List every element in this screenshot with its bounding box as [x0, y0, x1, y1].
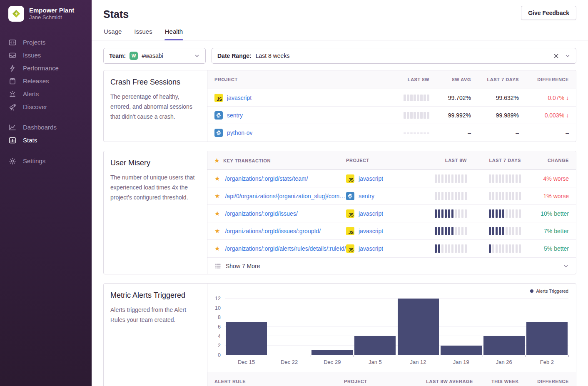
transaction-link[interactable]: /organizations/:orgId/stats/team/: [225, 175, 308, 182]
key-transaction-star-icon[interactable]: ★: [214, 228, 220, 234]
sidebar-item-releases[interactable]: Releases: [8, 75, 92, 87]
project-link[interactable]: javascript: [227, 95, 252, 101]
project-link[interactable]: javascript: [359, 210, 383, 217]
user-misery-description: The number of unique users that experien…: [110, 172, 200, 202]
transaction-link[interactable]: /organizations/:orgId/issues/:groupId/: [225, 228, 321, 234]
python-platform-icon: [214, 111, 223, 120]
python-platform-icon: [214, 129, 223, 137]
clear-date-icon[interactable]: [553, 53, 559, 59]
last-7d-value: 99.989%: [496, 112, 519, 119]
javascript-platform-icon: JS: [214, 94, 223, 102]
table-row: ★/api/0/organizations/{organization_slug…: [207, 187, 576, 205]
projects-icon: [8, 38, 16, 46]
sidebar-item-label: Discover: [23, 103, 47, 110]
org-switcher[interactable]: Empower Plant Jane Schmidt: [8, 6, 92, 22]
crash-sparkline: [404, 95, 429, 101]
avg-8w-value: 99.702%: [448, 95, 471, 101]
project-link[interactable]: javascript: [359, 228, 383, 234]
transaction-link[interactable]: /api/0/organizations/{organization_slug}…: [225, 193, 346, 199]
tab-bar: Usage Issues Health: [92, 20, 588, 40]
sidebar-item-label: Settings: [23, 157, 45, 164]
discover-icon: [8, 103, 16, 111]
transaction-link[interactable]: /organizations/:orgId/alerts/rules/detai…: [225, 245, 346, 252]
sidebar-item-label: Releases: [23, 77, 49, 85]
col-last-7-days: LAST 7 DAYS: [487, 77, 519, 82]
metric-alerts-card: Metric Alerts Triggered Alerts triggered…: [103, 283, 576, 386]
difference-value: 0.07%: [548, 95, 564, 101]
sidebar-item-settings[interactable]: Settings: [8, 154, 92, 167]
chevron-down-icon: [563, 263, 569, 269]
crash-table-header: PROJECT LAST 8W 8W AVG LAST 7 DAYS DIFFE…: [207, 70, 576, 89]
alerts-chart-xlabels: Dec 15Dec 22Dec 29Jan 5Jan 12Jan 19Jan 2…: [225, 359, 568, 365]
team-avatar: W: [130, 52, 138, 60]
col-last-8w: LAST 8W: [408, 77, 429, 82]
col-project: PROJECT: [214, 77, 371, 82]
misery-sparkline-7d: [489, 192, 521, 200]
sidebar-item-label: Projects: [23, 39, 45, 46]
project-link[interactable]: sentry: [359, 193, 374, 199]
give-feedback-button[interactable]: Give Feedback: [521, 6, 576, 20]
tab-usage[interactable]: Usage: [103, 26, 122, 40]
page-title: Stats: [103, 8, 576, 20]
project-link[interactable]: javascript: [359, 245, 383, 252]
key-transaction-star-icon[interactable]: ★: [214, 245, 220, 252]
alerts-chart-plot: [225, 299, 568, 355]
change-value: 10% better: [541, 210, 569, 217]
sidebar-item-performance[interactable]: Performance: [8, 62, 92, 75]
col-key-transaction: KEY TRANSACTION: [223, 158, 271, 163]
date-range-select[interactable]: Date Range: Last 8 weeks: [212, 48, 576, 64]
crash-free-sessions-card: Crash Free Sessions The percentage of he…: [103, 70, 576, 142]
last-7d-value: 99.632%: [496, 95, 519, 101]
key-transaction-star-icon[interactable]: ★: [214, 175, 220, 182]
javascript-platform-icon: JS: [346, 174, 354, 183]
org-name: Empower Plant: [29, 7, 74, 15]
col-difference: DIFFERENCE: [537, 77, 569, 82]
javascript-platform-icon: JS: [346, 209, 354, 218]
col-last-7-days: LAST 7 DAYS: [489, 158, 521, 163]
javascript-platform-icon: JS: [346, 227, 354, 235]
misery-sparkline-8w: [435, 244, 467, 253]
key-transaction-star-icon[interactable]: ★: [214, 193, 220, 199]
project-link[interactable]: python-ov: [227, 129, 252, 136]
show-more-button[interactable]: Show 7 More: [207, 257, 576, 274]
tab-issues[interactable]: Issues: [134, 26, 152, 40]
misery-sparkline-8w: [435, 192, 467, 200]
sidebar-item-alerts[interactable]: Alerts: [8, 87, 92, 100]
sidebar-item-dashboards[interactable]: Dashboards: [8, 121, 92, 134]
user-misery-title: User Misery: [110, 159, 200, 167]
tab-health[interactable]: Health: [164, 26, 183, 40]
table-row: ★/organizations/:orgId/alerts/rules/deta…: [207, 240, 576, 257]
filter-bar: Team: W #wasabi Date Range: Last 8 weeks: [103, 48, 576, 64]
sidebar-item-discover[interactable]: Discover: [8, 100, 92, 113]
issues-icon: [8, 51, 16, 59]
project-link[interactable]: sentry: [227, 112, 243, 119]
metric-alerts-description: Alerts triggered from the Alert Rules yo…: [110, 305, 200, 325]
sidebar-item-label: Stats: [23, 137, 37, 144]
sidebar-item-issues[interactable]: Issues: [8, 49, 92, 62]
stats-icon: [8, 136, 16, 144]
alerts-chart-ylabels: 024681012: [207, 299, 225, 355]
col-alert-rule: ALERT RULE: [214, 379, 344, 384]
sidebar-item-stats[interactable]: Stats: [8, 134, 92, 147]
transaction-link[interactable]: /organizations/:orgId/issues/: [225, 210, 297, 217]
team-select[interactable]: Team: W #wasabi: [103, 48, 206, 64]
releases-icon: [8, 77, 16, 85]
sidebar-item-projects[interactable]: Projects: [8, 36, 92, 49]
arrow-down-icon: ↓: [566, 112, 569, 119]
key-transaction-star-icon[interactable]: ★: [214, 210, 220, 217]
col-difference: DIFFERENCE: [537, 379, 569, 384]
chevron-down-icon: [194, 53, 200, 59]
legend-dot-icon: [530, 289, 533, 293]
project-link[interactable]: javascript: [359, 175, 383, 182]
col-this-week: THIS WEEK: [491, 379, 519, 384]
metric-alerts-title: Metric Alerts Triggered: [110, 291, 200, 300]
col-project: PROJECT: [346, 158, 417, 163]
star-icon: ★: [214, 157, 219, 164]
last-7d-value: –: [516, 129, 519, 136]
col-8w-avg: 8W AVG: [452, 77, 471, 82]
table-row: sentry 99.992% 99.989% 0.003% ↓: [207, 107, 576, 124]
avg-8w-value: –: [468, 129, 471, 136]
sidebar-nav: Projects Issues Performance Releases Ale…: [8, 36, 92, 167]
chart-legend[interactable]: Alerts Triggered: [530, 289, 568, 294]
change-value: 1% worse: [543, 193, 569, 199]
